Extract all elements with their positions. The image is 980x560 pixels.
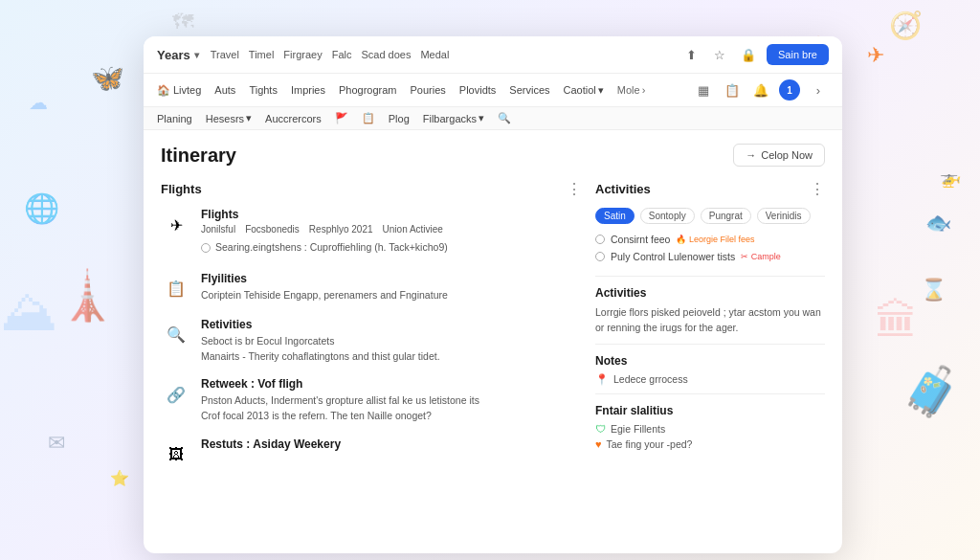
restuts-title: Restuts : Asiday Weekery [201, 437, 582, 451]
main-window: Years ▾ Travel Timel Firgraey Falc Scad … [144, 36, 842, 553]
flights-col-3: Resphlyo 2021 [309, 224, 373, 235]
flights-section-header: Flights ⋮ [161, 180, 582, 198]
tab-sontoply[interactable]: Sontoply [640, 208, 695, 224]
lock-icon[interactable]: 🔒 [738, 44, 759, 65]
retivities-content: Retivities Seboct is br Eocul Ingorcatet… [201, 318, 582, 365]
shield-icon: 🛡 [595, 423, 606, 435]
nav-plovidts[interactable]: Plovidts [459, 84, 497, 96]
nav-services[interactable]: Services [509, 84, 549, 96]
app-title[interactable]: Years ▾ [157, 48, 199, 62]
page-title: Itinerary [161, 145, 236, 167]
restuts-item: 🖼 Restuts : Asiday Weekery [161, 437, 582, 470]
nav-caotiol[interactable]: Caotiol ▾ [564, 84, 604, 97]
nav-phogrogram[interactable]: Phogrogram [339, 84, 397, 96]
nav-tights[interactable]: Tights [249, 84, 278, 96]
fntair-item-1: 🛡 Egie Fillents [595, 423, 825, 435]
flights-menu-icon[interactable]: ⋮ [567, 180, 582, 198]
avatar[interactable]: 1 [779, 79, 800, 101]
celop-label: Celop Now [761, 149, 813, 161]
title-link-travel[interactable]: Travel [211, 49, 239, 60]
title-link-falc[interactable]: Falc [332, 49, 352, 60]
retivities-icon: 🔍 [161, 320, 191, 350]
flyilities-item: 📋 Flyilities Coriptein Tehiside Engapp, … [161, 272, 582, 304]
grid-icon[interactable]: ▦ [693, 79, 714, 101]
page-header: Itinerary → Celop Now [161, 144, 825, 167]
nav-expand-icon[interactable]: › [808, 79, 829, 101]
flights-item: ✈ Flights Jonilsful Focsbonedis Resphlyo… [161, 208, 582, 258]
title-link-medal[interactable]: Medal [420, 49, 449, 60]
star-icon[interactable]: ☆ [709, 44, 730, 65]
title-bar-right: ⬆ ☆ 🔒 Sain bre [680, 44, 829, 65]
divider-3 [595, 393, 825, 394]
check-item-1: Consirnt feeo 🔥 Leorgie Filel fees [595, 234, 825, 245]
flights-cols: Jonilsful Focsbonedis Resphlyo 2021 Unio… [201, 224, 582, 235]
flights-radio[interactable] [201, 243, 211, 253]
retweek-line2: Crof focal 2013 is the refern. The ten N… [201, 409, 582, 424]
sub-planing[interactable]: Planing [157, 113, 192, 124]
title-link-timel[interactable]: Timel [249, 49, 274, 60]
nav-impries[interactable]: Impries [291, 84, 325, 96]
copy-icon[interactable]: 📋 [722, 79, 743, 101]
upload-icon[interactable]: ⬆ [680, 44, 702, 65]
sub-hesesrs[interactable]: Hesesrs ▾ [206, 112, 252, 124]
bell-icon[interactable]: 🔔 [750, 79, 771, 101]
title-link-firgraey[interactable]: Firgraey [283, 49, 322, 60]
left-column: Flights ⋮ ✈ Flights Jonilsful Focsbonedi… [161, 180, 582, 540]
save-button[interactable]: Sain bre [767, 44, 829, 65]
sub-filbargacks-arrow: ▾ [479, 112, 484, 124]
restuts-content: Restuts : Asiday Weekery [201, 437, 582, 454]
retweek-content: Retweek : Vof fligh Pnston Aducts, Inder… [201, 377, 582, 424]
activities-section: Activities ⋮ Satin Sontoply Pungrat Veri… [595, 180, 825, 262]
notes-text-1: Ledece grrocess [613, 373, 688, 385]
activities-menu-icon[interactable]: ⋮ [810, 180, 825, 198]
retweek-icon: 🔗 [161, 379, 191, 410]
right-column: Activities ⋮ Satin Sontoply Pungrat Veri… [595, 180, 825, 540]
flyilities-content: Flyilities Coriptein Tehiside Engapp, pe… [201, 272, 582, 303]
location-icon: 📍 [595, 373, 609, 386]
sub-hesesrs-arrow: ▾ [246, 112, 252, 124]
sub-plog[interactable]: Plog [389, 113, 410, 124]
celop-arrow-icon: → [746, 149, 756, 161]
retweek-line1: Pnston Aducts, Inderment's gropture alli… [201, 393, 582, 409]
content-area: Itinerary → Celop Now Flights ⋮ ✈ Flight… [144, 130, 842, 553]
nav-auts[interactable]: Auts [214, 84, 235, 96]
retweek-title: Retweek : Vof fligh [201, 377, 582, 391]
retivities-line2: Manairts - Therity cohaflatingtons and t… [201, 349, 582, 365]
title-link-scad[interactable]: Scad does [361, 49, 411, 60]
check-circle-2[interactable] [595, 252, 605, 261]
nav-pouries[interactable]: Pouries [411, 84, 446, 96]
title-bar: Years ▾ Travel Timel Firgraey Falc Scad … [144, 36, 842, 74]
flyilities-text: Coriptein Tehiside Engapp, perenamers an… [201, 288, 582, 303]
notes-title: Notes [595, 354, 825, 368]
nav-bar: 🏠 Livteg Auts Tights Impries Phogrogram … [144, 74, 842, 107]
nav-right: ▦ 📋 🔔 1 › [693, 79, 829, 101]
sub-filbargacks[interactable]: Filbargacks ▾ [423, 112, 484, 124]
nav-home[interactable]: 🏠 Livteg [157, 84, 201, 97]
title-bar-left: Years ▾ Travel Timel Firgraey Falc Scad … [157, 48, 449, 62]
fntair-title: Fntair slalitius [595, 404, 825, 417]
check-circle-1[interactable] [595, 235, 605, 244]
celop-button[interactable]: → Celop Now [733, 144, 825, 167]
tag-red-1: ✂ Cample [741, 252, 781, 261]
flights-content: Flights Jonilsful Focsbonedis Resphlyo 2… [201, 208, 582, 258]
restuts-icon: 🖼 [161, 439, 191, 470]
sub-auccrercors[interactable]: Auccrercors [265, 113, 322, 124]
tab-pungrat[interactable]: Pungrat [701, 208, 751, 224]
tab-satin[interactable]: Satin [595, 208, 635, 224]
flights-col-4: Union Activiee [383, 224, 443, 235]
flights-radio-row: Searing.eingtshens : Cuproffiehling (h. … [201, 240, 582, 256]
activities2-text: Lorrgie flors pisked peioveld ; ytar acs… [595, 305, 825, 336]
fntair-item-2: ♥ Tae fing your -ped? [595, 438, 825, 450]
sub-copy-icon: 📋 [362, 112, 375, 124]
tab-verinidis[interactable]: Verinidis [757, 208, 811, 224]
sub-search-icon[interactable]: 🔍 [498, 112, 511, 124]
sub-nav: Planing Hesesrs ▾ Auccrercors 🚩 📋 Plog F… [144, 107, 842, 130]
flights-section-title: Flights [161, 182, 202, 196]
fntair-text-2: Tae fing your -ped? [607, 438, 693, 450]
tag-orange-1: 🔥 Leorgie Filel fees [676, 235, 754, 244]
sub-hesesrs-label: Hesesrs [206, 113, 244, 124]
nav-mole[interactable]: Mole › [617, 84, 646, 96]
title-dropdown-icon: ▾ [194, 50, 199, 60]
activities2-title: Activities [595, 286, 825, 300]
check-text-1: Consirnt feeo [611, 234, 670, 245]
